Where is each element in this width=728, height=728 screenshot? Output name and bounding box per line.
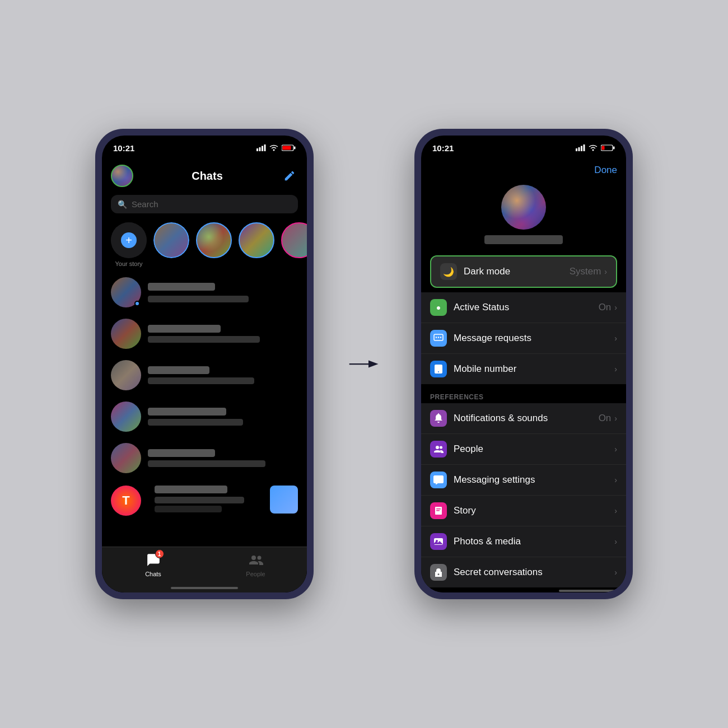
settings-group-1: ● Active Status On › bbox=[421, 292, 626, 384]
svg-point-22 bbox=[436, 446, 439, 449]
people-group-icon bbox=[433, 445, 444, 454]
chat-info-5 bbox=[148, 449, 298, 467]
story-item-3[interactable] bbox=[239, 222, 274, 258]
svg-rect-25 bbox=[436, 508, 441, 510]
chat-item-5[interactable] bbox=[102, 437, 307, 479]
active-status-label: Active Status bbox=[454, 302, 599, 313]
people-label: People bbox=[454, 444, 614, 455]
active-status-icon: ● bbox=[430, 299, 447, 316]
chat-item-6[interactable]: T bbox=[102, 479, 307, 521]
svg-rect-14 bbox=[584, 144, 585, 151]
compose-button[interactable] bbox=[281, 167, 298, 184]
right-phone-screen: 10:21 bbox=[421, 136, 626, 592]
message-requests-item[interactable]: Message requests › bbox=[421, 323, 626, 354]
battery-icon bbox=[282, 144, 296, 151]
home-indicator-left bbox=[171, 587, 238, 589]
svg-rect-1 bbox=[259, 147, 261, 151]
svg-point-19 bbox=[436, 337, 437, 338]
chat-name-1 bbox=[148, 283, 215, 291]
svg-rect-0 bbox=[256, 148, 258, 151]
chat-avatar-1 bbox=[111, 277, 141, 307]
mobile-number-icon bbox=[430, 361, 447, 377]
dark-mode-item[interactable]: 🌙 Dark mode System › bbox=[431, 256, 616, 287]
chat-settings-icon bbox=[433, 475, 444, 484]
mobile-number-item[interactable]: Mobile number › bbox=[421, 354, 626, 384]
svg-rect-11 bbox=[576, 148, 577, 151]
left-phone: 10:21 bbox=[95, 129, 314, 599]
arrow-icon bbox=[347, 353, 381, 375]
notifications-item[interactable]: Notifications & sounds On › bbox=[421, 403, 626, 434]
profile-section bbox=[421, 180, 626, 253]
people-item[interactable]: People › bbox=[421, 434, 626, 465]
svg-rect-2 bbox=[262, 146, 263, 152]
chat-avatar-3 bbox=[111, 360, 141, 390]
scene: 10:21 bbox=[0, 0, 728, 728]
svg-point-23 bbox=[440, 446, 442, 449]
svg-rect-26 bbox=[436, 510, 440, 511]
secret-conversations-chevron: › bbox=[614, 568, 617, 577]
svg-point-21 bbox=[440, 337, 441, 338]
nav-people[interactable]: People bbox=[204, 552, 307, 577]
message-requests-label: Message requests bbox=[454, 333, 614, 344]
chats-title: Chats bbox=[192, 170, 223, 183]
your-story-label: Your story bbox=[115, 260, 142, 267]
svg-rect-6 bbox=[294, 147, 296, 150]
chat-item-3[interactable] bbox=[102, 354, 307, 396]
mobile-number-chevron: › bbox=[614, 365, 617, 374]
chat-item-2[interactable] bbox=[102, 313, 307, 354]
search-bar[interactable]: 🔍 Search bbox=[111, 195, 298, 213]
messaging-settings-item[interactable]: Messaging settings › bbox=[421, 465, 626, 496]
nav-people-icon bbox=[248, 552, 264, 568]
nav-chats-icon: 1 bbox=[145, 552, 162, 568]
svg-point-7 bbox=[251, 556, 256, 560]
nav-chats[interactable]: 1 Chats bbox=[102, 552, 204, 577]
phone-icon bbox=[434, 364, 443, 374]
status-icons-left bbox=[256, 144, 296, 151]
active-status-item[interactable]: ● Active Status On › bbox=[421, 292, 626, 323]
photos-media-label: Photos & media bbox=[454, 536, 614, 547]
story-circle-1 bbox=[153, 222, 189, 258]
photos-media-item[interactable]: Photos & media › bbox=[421, 526, 626, 557]
settings-screen: Done 🌙 Dark mode System › bbox=[421, 160, 626, 592]
wifi-icon bbox=[269, 144, 278, 151]
add-story-item[interactable]: + Your story bbox=[111, 222, 147, 267]
chat-avatar-2 bbox=[111, 319, 141, 349]
story-item-2[interactable] bbox=[196, 222, 232, 258]
notifications-icon bbox=[430, 410, 447, 427]
chat-list: T bbox=[102, 272, 307, 521]
svg-rect-17 bbox=[613, 147, 615, 150]
messaging-settings-icon bbox=[430, 472, 447, 488]
chats-screen: Chats 🔍 Search bbox=[102, 160, 307, 592]
chat-item-4[interactable] bbox=[102, 396, 307, 437]
done-button[interactable]: Done bbox=[594, 165, 617, 176]
dark-mode-value: System bbox=[570, 266, 601, 277]
chat-avatar-4 bbox=[111, 402, 141, 432]
battery-icon-right bbox=[601, 144, 615, 151]
notifications-label: Notifications & sounds bbox=[454, 413, 599, 424]
story-item-1[interactable] bbox=[153, 222, 189, 260]
dark-mode-chevron: › bbox=[604, 267, 607, 276]
preferences-group: Notifications & sounds On › bbox=[421, 403, 626, 587]
chats-badge: 1 bbox=[155, 549, 164, 558]
story-chevron: › bbox=[614, 506, 617, 515]
nav-people-label: People bbox=[246, 571, 265, 577]
messaging-settings-label: Messaging settings bbox=[454, 474, 614, 486]
settings-header: Done bbox=[421, 160, 626, 180]
story-icon bbox=[434, 506, 443, 516]
left-phone-screen: 10:21 bbox=[102, 136, 307, 592]
secret-conversations-icon bbox=[430, 564, 447, 581]
messaging-settings-chevron: › bbox=[614, 475, 617, 484]
profile-avatar-button[interactable] bbox=[111, 165, 133, 187]
status-icons-right bbox=[576, 144, 615, 151]
chat-info-1 bbox=[148, 283, 298, 302]
svg-rect-13 bbox=[581, 146, 582, 152]
svg-point-20 bbox=[438, 337, 439, 338]
chat-item-1[interactable] bbox=[102, 272, 307, 313]
photos-media-icon bbox=[430, 533, 447, 550]
people-icon bbox=[248, 553, 264, 567]
unread-badge-1 bbox=[134, 301, 140, 306]
story-item[interactable]: Story › bbox=[421, 496, 626, 526]
profile-name bbox=[484, 235, 563, 244]
story-item-4[interactable] bbox=[281, 222, 307, 258]
secret-conversations-item[interactable]: Secret conversations › bbox=[421, 557, 626, 587]
